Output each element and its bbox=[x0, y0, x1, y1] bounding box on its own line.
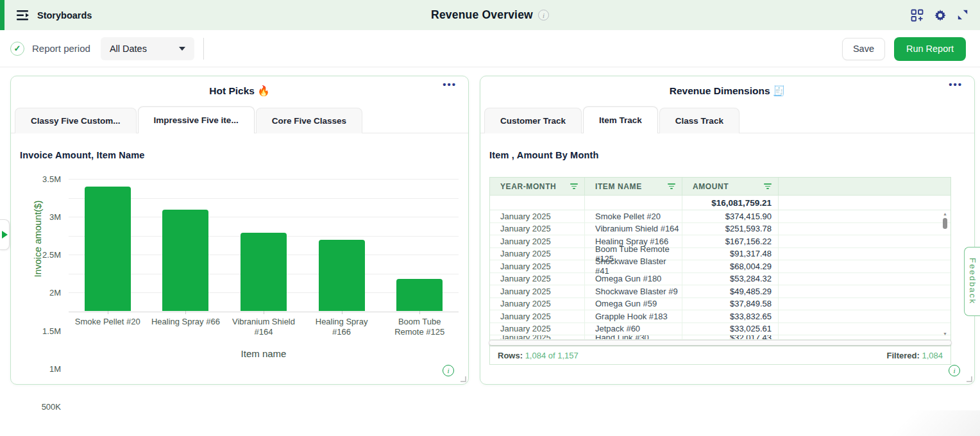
scroll-down-icon[interactable]: ▼ bbox=[943, 331, 947, 336]
feedback-tab[interactable]: Feedback bbox=[964, 247, 980, 316]
report-toolbar: ✓ Report period All Dates Save Run Repor… bbox=[0, 30, 980, 67]
tab-impressive-five-ite[interactable]: Impressive Five ite... bbox=[138, 106, 255, 133]
bar[interactable] bbox=[241, 233, 287, 311]
date-filter-value: All Dates bbox=[110, 44, 147, 54]
column-header-YEAR-MONTH[interactable]: YEAR-MONTH bbox=[490, 178, 585, 195]
bar-chart: Invoice amount($) 3.5M3M2.5M2M1.5M1M500K… bbox=[11, 172, 469, 378]
play-triangle-icon bbox=[2, 231, 8, 239]
cell: January 2025 bbox=[490, 335, 585, 339]
sidebar-expand-handle[interactable] bbox=[0, 219, 10, 250]
save-button[interactable]: Save bbox=[842, 38, 885, 60]
report-period-check-icon[interactable]: ✓ bbox=[10, 42, 24, 56]
page-title-info-icon[interactable]: i bbox=[538, 10, 549, 21]
cell: $49,485.29 bbox=[682, 285, 779, 298]
settings-gear-icon[interactable] bbox=[934, 9, 947, 22]
cell: Omega Gun #59 bbox=[585, 298, 682, 310]
scroll-up-icon[interactable]: ▲ bbox=[943, 212, 947, 216]
table-footer: Rows: 1,084 of 1,157 Filtered: 1,084 bbox=[490, 346, 950, 364]
x-category-label: Healing Spray #166 bbox=[303, 317, 381, 338]
table-row[interactable]: January 2025Shockwave Blaster #9$49,485.… bbox=[490, 285, 950, 298]
table-row[interactable]: January 2025Smoke Pellet #20$374,415.90 bbox=[490, 210, 950, 223]
hot-picks-title: Hot Picks 🔥 bbox=[209, 85, 269, 97]
cell: January 2025 bbox=[490, 235, 585, 247]
chevron-down-icon bbox=[179, 47, 185, 51]
table-total-row: $16,081,759.21 bbox=[490, 196, 950, 210]
tab-class-track[interactable]: Class Track bbox=[659, 108, 739, 133]
filter-icon[interactable] bbox=[764, 183, 772, 189]
cell: January 2025 bbox=[490, 223, 585, 235]
table-section-title: Item , Amount By Month bbox=[489, 150, 974, 160]
cell bbox=[779, 310, 950, 323]
table-row[interactable]: January 2025Boom Tube Remote #125$91,317… bbox=[490, 248, 950, 261]
tab-classy-five-custom[interactable]: Classy Five Custom... bbox=[15, 108, 137, 133]
storyboards-menu-icon[interactable] bbox=[17, 10, 31, 21]
tab-core-five-classes[interactable]: Core Five Classes bbox=[256, 108, 362, 133]
filtered-count: 1,084 bbox=[922, 351, 943, 360]
revenue-dimensions-title: Revenue Dimensions 🧾 bbox=[670, 85, 785, 97]
cell: $37,849.58 bbox=[682, 298, 779, 310]
top-header: Storyboards Revenue Overview i bbox=[0, 0, 980, 30]
cell: Vibranium Shield #164 bbox=[585, 223, 682, 235]
revenue-dimensions-tabs: Customer TrackItem TrackClass Track bbox=[480, 107, 974, 133]
column-header-AMOUNT[interactable]: AMOUNT bbox=[682, 178, 779, 195]
x-category-label: Healing Spray #66 bbox=[147, 317, 225, 338]
cell bbox=[779, 260, 950, 272]
bar[interactable] bbox=[396, 279, 443, 311]
cell: Omega Gun #180 bbox=[585, 273, 682, 285]
table-row[interactable]: January 2025Jetpack #60$33,025.61 bbox=[490, 323, 950, 336]
cell: Shockwave Blaster #41 bbox=[585, 260, 682, 272]
table-horizontal-scrollbar[interactable] bbox=[489, 340, 952, 346]
bar[interactable] bbox=[162, 210, 208, 311]
cell: Grapple Hook #183 bbox=[585, 310, 682, 323]
x-category-label: Vibranium Shield #164 bbox=[224, 317, 303, 338]
table-row[interactable]: January 2025Vibranium Shield #164$251,59… bbox=[490, 223, 950, 236]
resize-handle[interactable] bbox=[460, 376, 466, 382]
y-tick-label: 2.5M bbox=[24, 250, 69, 260]
tab-item-track[interactable]: Item Track bbox=[583, 106, 658, 133]
y-tick-label: 500K bbox=[24, 401, 69, 411]
table-row[interactable]: January 2025Healing Spray #166$167,156.2… bbox=[490, 235, 950, 248]
rows-label: Rows bbox=[498, 351, 520, 360]
scrollbar-thumb[interactable] bbox=[943, 218, 947, 229]
bar[interactable] bbox=[85, 187, 131, 311]
revenue-dimensions-menu-icon[interactable]: ••• bbox=[949, 79, 963, 90]
green-accent-bar bbox=[0, 0, 4, 30]
revenue-dimensions-info-icon[interactable]: i bbox=[949, 365, 960, 376]
cell: $374,415.90 bbox=[682, 210, 779, 222]
x-axis-title: Item name bbox=[69, 348, 459, 359]
revenue-table: YEAR-MONTHITEM NAMEAMOUNT $16,081,759.21… bbox=[489, 177, 951, 365]
resize-handle[interactable] bbox=[967, 376, 972, 382]
cell: $91,317.48 bbox=[682, 248, 779, 260]
chart-x-labels: Smoke Pellet #20Healing Spray #66Vibrani… bbox=[69, 317, 459, 338]
y-tick-label: 3.5M bbox=[24, 174, 69, 184]
table-row[interactable]: January 2025Omega Gun #180$53,284.32 bbox=[490, 273, 950, 286]
date-filter-dropdown[interactable]: All Dates bbox=[101, 37, 194, 60]
filter-icon[interactable] bbox=[570, 183, 578, 189]
collapse-diagonal-icon[interactable] bbox=[957, 9, 970, 22]
run-report-button[interactable]: Run Report bbox=[894, 37, 966, 61]
bar[interactable] bbox=[319, 240, 365, 311]
cell: January 2025 bbox=[490, 323, 585, 335]
table-row[interactable]: January 2025Omega Gun #59$37,849.58 bbox=[490, 298, 950, 311]
filter-icon[interactable] bbox=[668, 183, 675, 189]
tab-customer-track[interactable]: Customer Track bbox=[484, 108, 582, 133]
cell: $53,284.32 bbox=[682, 273, 779, 285]
cell bbox=[779, 285, 950, 298]
table-row[interactable]: January 2025Grapple Hook #183$33,832.65 bbox=[490, 310, 950, 323]
cell: January 2025 bbox=[490, 210, 585, 222]
cell: Smoke Pellet #20 bbox=[585, 210, 682, 222]
x-category-label: Boom Tube Remote #125 bbox=[380, 317, 459, 338]
add-widget-icon[interactable] bbox=[911, 9, 924, 22]
cell: Shockwave Blaster #9 bbox=[585, 285, 682, 298]
column-header-ITEM NAME[interactable]: ITEM NAME bbox=[585, 178, 682, 195]
column-header-empty bbox=[779, 178, 950, 195]
hot-picks-tabs: Classy Five Custom...Impressive Five ite… bbox=[11, 107, 468, 133]
hot-picks-menu-icon[interactable]: ••• bbox=[443, 79, 457, 90]
toolbar-divider bbox=[203, 38, 204, 60]
table-row-partial[interactable]: January 2025Hand Link #30$32,017.43 bbox=[490, 335, 950, 340]
page-title: Revenue Overview bbox=[431, 8, 533, 22]
hot-picks-info-icon[interactable]: i bbox=[443, 365, 454, 376]
table-row[interactable]: January 2025Shockwave Blaster #41$68,004… bbox=[490, 260, 950, 273]
corner-shade bbox=[852, 410, 980, 436]
table-vertical-scrollbar[interactable]: ▲ ▼ bbox=[942, 212, 949, 336]
